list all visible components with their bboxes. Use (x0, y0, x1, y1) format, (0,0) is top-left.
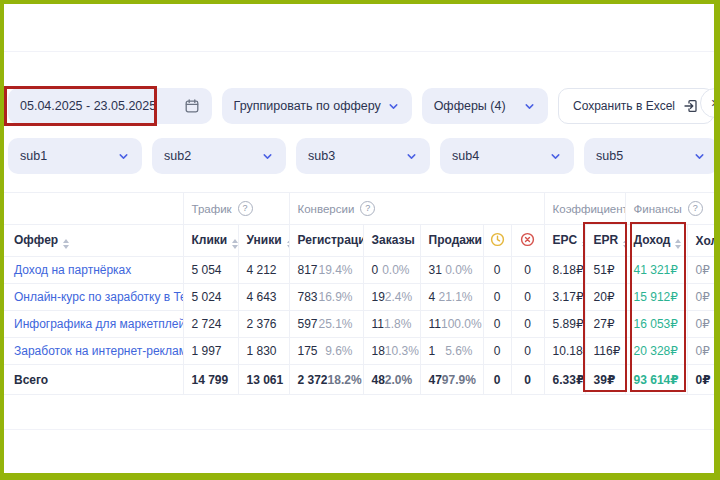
orders-count: 0 (372, 263, 379, 277)
sub3-select[interactable]: sub3 (296, 138, 430, 174)
uniques-cell: 13 061 (238, 365, 289, 395)
group-label: Финансы (634, 203, 682, 215)
column-header-orders[interactable]: Заказы (363, 225, 420, 257)
offer-link[interactable]: Заработок на интернет-рекламе (14, 344, 183, 358)
column-label: Заказы (372, 233, 415, 247)
rejected-cell: 0 (511, 365, 544, 395)
sales-pct: 0.0% (445, 263, 472, 277)
total-label: Всего (4, 365, 183, 395)
help-icon[interactable]: ? (688, 201, 703, 216)
calendar-icon[interactable] (184, 98, 200, 114)
offer-link[interactable]: Онлайн-курс по заработку в Телеграм (14, 290, 183, 304)
group-label: Трафик (192, 203, 232, 215)
sales-count: 4 (429, 290, 436, 304)
sub-filters: sub1 sub2 sub3 sub4 sub5 (8, 138, 714, 174)
sales-pct: 100.0% (441, 317, 482, 331)
column-header-row: Оффер Клики Уники Регистрации Заказы Про… (4, 225, 714, 257)
pending-cell: 0 (483, 365, 511, 395)
column-header-sales[interactable]: Продажи (420, 225, 483, 257)
group-by-select[interactable]: Группировать по офферу (222, 88, 412, 124)
column-header-pending[interactable] (483, 225, 511, 257)
offer-link[interactable]: Инфографика для маркетплейсов (14, 317, 183, 331)
hold-cell: 0₽ (687, 338, 714, 365)
epr-cell: 116₽ (585, 338, 625, 365)
chevron-down-icon (523, 100, 536, 113)
rejected-cell: 0 (511, 311, 544, 338)
income-cell: 15 912₽ (625, 284, 687, 311)
column-header-uniques[interactable]: Уники (238, 225, 289, 257)
pending-clock-icon (490, 232, 505, 247)
sub2-select[interactable]: sub2 (152, 138, 286, 174)
sort-icon[interactable] (232, 239, 238, 249)
column-header-offer[interactable]: Оффер (4, 225, 183, 257)
registrations-count: 817 (298, 263, 318, 277)
column-header-clicks[interactable]: Клики (183, 225, 238, 257)
registrations-count: 783 (298, 290, 318, 304)
page: 05.04.2025 - 23.05.2025 Группировать по … (0, 0, 720, 480)
rejected-cell: 0 (511, 284, 544, 311)
sort-icon[interactable] (675, 239, 681, 249)
sub1-value: sub1 (20, 149, 47, 163)
sub3-value: sub3 (308, 149, 335, 163)
table-row: Заработок на интернет-рекламе 1 997 1 83… (4, 338, 714, 365)
column-header-income[interactable]: Доход (625, 225, 687, 257)
income-cell: 16 053₽ (625, 311, 687, 338)
close-icon: × (711, 95, 719, 111)
sort-icon[interactable] (63, 239, 69, 249)
column-label: Холд (696, 234, 715, 248)
sales-pct: 5.6% (445, 344, 472, 358)
chevron-down-icon (693, 150, 706, 163)
column-header-hold[interactable]: Холд (687, 225, 714, 257)
registrations-pct: 16.9% (318, 290, 352, 304)
column-label: Доход (634, 233, 671, 247)
column-label: Регистрации (298, 233, 364, 247)
income-cell: 93 614₽ (625, 365, 687, 395)
epc-cell: 10.18₽ (544, 338, 585, 365)
group-header-conversions: Конверсии? (289, 193, 544, 225)
help-icon[interactable]: ? (238, 201, 253, 216)
group-header-row: Трафик? Конверсии? Коэффициенты? Финансы… (4, 193, 714, 225)
column-header-epc[interactable]: EPC (544, 225, 585, 257)
export-excel-button[interactable]: Сохранить в Excel (558, 88, 714, 124)
clicks-cell: 5 024 (183, 284, 238, 311)
uniques-cell: 4 212 (238, 257, 289, 284)
orders-pct: 10.3% (385, 344, 419, 358)
sub5-select[interactable]: sub5 (584, 138, 718, 174)
stats-table: Трафик? Конверсии? Коэффициенты? Финансы… (4, 192, 714, 395)
date-range-input[interactable]: 05.04.2025 - 23.05.2025 (8, 88, 212, 124)
chevron-down-icon (117, 150, 130, 163)
clicks-cell: 14 799 (183, 365, 238, 395)
orders-count: 18 (372, 344, 385, 358)
registrations-pct: 18.2% (328, 373, 362, 387)
group-header-traffic: Трафик? (183, 193, 289, 225)
help-icon[interactable]: ? (360, 201, 375, 216)
sales-count: 47 (429, 373, 442, 387)
offer-link[interactable]: Доход на партнёрках (14, 263, 131, 277)
clicks-cell: 5 054 (183, 257, 238, 284)
orders-count: 19 (372, 290, 385, 304)
column-header-epr[interactable]: EPR (585, 225, 625, 257)
uniques-cell: 4 643 (238, 284, 289, 311)
epr-cell: 20₽ (585, 284, 625, 311)
sub2-value: sub2 (164, 149, 191, 163)
group-header-empty (4, 193, 183, 225)
chevron-down-icon (405, 150, 418, 163)
sub1-select[interactable]: sub1 (8, 138, 142, 174)
bottom-divider (4, 429, 714, 431)
epr-cell: 51₽ (585, 257, 625, 284)
epc-cell: 8.18₽ (544, 257, 585, 284)
column-header-registrations[interactable]: Регистрации (289, 225, 363, 257)
orders-pct: 2.0% (385, 373, 412, 387)
orders-pct: 0.0% (382, 263, 409, 277)
uniques-cell: 2 376 (238, 311, 289, 338)
table-row: Инфографика для маркетплейсов 2 724 2 37… (4, 311, 714, 338)
column-label: Уники (247, 233, 282, 247)
chevron-down-icon (549, 150, 562, 163)
sub4-select[interactable]: sub4 (440, 138, 574, 174)
hold-cell: 0₽ (687, 284, 714, 311)
column-header-rejected[interactable] (511, 225, 544, 257)
registrations-count: 175 (298, 344, 318, 358)
offers-select[interactable]: Офферы (4) (422, 88, 548, 124)
rejected-cross-icon (520, 232, 535, 247)
column-label: EPR (594, 233, 619, 247)
